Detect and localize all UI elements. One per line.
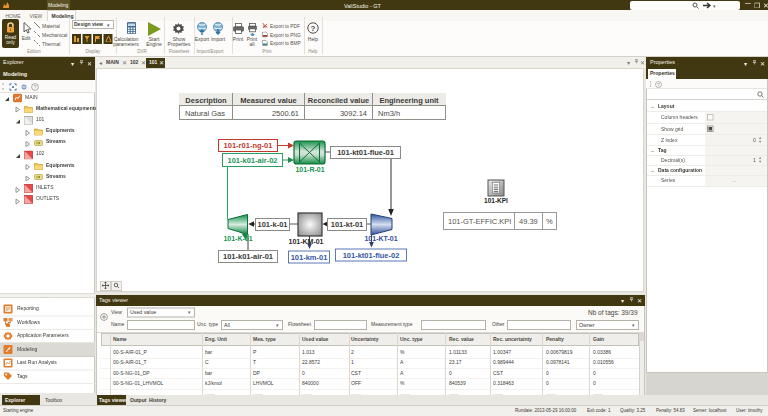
svg-text:?: ? [33, 84, 36, 90]
svg-text:?: ? [657, 82, 660, 88]
svg-text:?: ? [311, 24, 316, 33]
